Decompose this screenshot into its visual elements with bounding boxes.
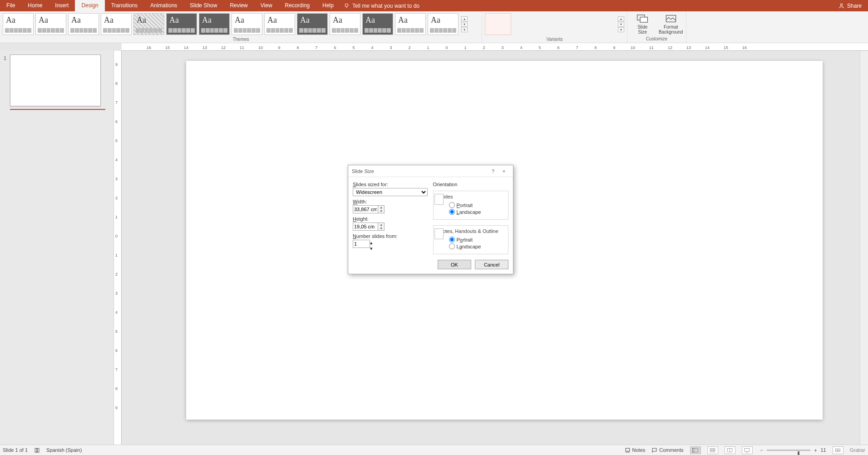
dialog-titlebar: Slide Size ? ×	[348, 165, 513, 177]
page-icon	[434, 194, 444, 205]
svg-rect-7	[693, 448, 694, 452]
dialog-title: Slide Size	[352, 168, 488, 174]
number-slides-from-label: Number slides from:	[353, 233, 429, 239]
sorter-view-button[interactable]	[707, 446, 718, 454]
svg-rect-10	[710, 450, 712, 452]
numfrom-spin-down[interactable]: ▾	[370, 246, 373, 252]
landscape-label: Landscape	[457, 244, 481, 249]
notes-icon	[625, 447, 631, 453]
width-spin-down[interactable]: ▾	[378, 209, 384, 213]
notes-group-label: Notes, Handouts & Outline	[438, 228, 500, 234]
comments-icon	[651, 447, 657, 453]
slides-sized-for-label: SSlides sized for:lides sized for:	[353, 182, 429, 187]
height-label: Height:	[353, 216, 429, 222]
svg-rect-5	[626, 448, 630, 451]
dialog-close-button[interactable]: ×	[498, 168, 509, 174]
comments-button[interactable]: Comments	[651, 447, 683, 453]
book-icon	[34, 447, 40, 453]
status-bar: Slide 1 of 1 Spanish (Spain) Notes Comme…	[0, 445, 868, 455]
normal-view-icon	[692, 447, 698, 453]
dialog-help-button[interactable]: ?	[488, 168, 498, 174]
slide-size-dialog: Slide Size ? × SSlides sized for:lides s…	[348, 165, 513, 274]
reading-view-icon	[727, 447, 733, 453]
svg-rect-6	[693, 448, 698, 452]
notes-portrait-radio[interactable]	[449, 237, 455, 242]
spellcheck-button[interactable]	[34, 447, 40, 453]
svg-rect-9	[713, 448, 715, 450]
landscape-label: Landscape	[457, 209, 481, 215]
slideshow-view-button[interactable]	[742, 446, 753, 454]
width-input[interactable]	[353, 205, 378, 213]
modal-overlay: Slide Size ? × SSlides sized for:lides s…	[0, 0, 868, 455]
slide-indicator: Slide 1 of 1	[3, 447, 28, 453]
cancel-button[interactable]: Cancel	[475, 260, 508, 269]
zoom-out-button[interactable]: －	[759, 447, 764, 454]
fit-to-window-button[interactable]	[833, 446, 843, 454]
width-spin-up[interactable]: ▴	[378, 206, 384, 209]
zoom-slider[interactable]	[767, 450, 810, 451]
notes-button[interactable]: Notes	[625, 447, 646, 453]
reading-view-button[interactable]	[725, 446, 735, 454]
zoom-control: － ＋ 11	[759, 447, 826, 454]
height-spin-up[interactable]: ▴	[378, 223, 384, 227]
ok-button[interactable]: OK	[438, 260, 471, 269]
slideshow-view-icon	[744, 447, 750, 453]
slides-sized-for-select[interactable]: Widescreen	[353, 188, 428, 196]
grabar-indicator: Grabar	[850, 447, 865, 453]
zoom-percent[interactable]: 11	[821, 447, 826, 453]
normal-view-button[interactable]	[690, 446, 701, 454]
svg-rect-13	[745, 448, 750, 451]
portrait-label: Portrait	[457, 203, 473, 208]
slides-landscape-radio[interactable]	[449, 209, 455, 215]
page-icon	[434, 228, 444, 239]
language-indicator[interactable]: Spanish (Spain)	[46, 447, 82, 453]
height-spin-down[interactable]: ▾	[378, 227, 384, 230]
svg-rect-8	[710, 448, 712, 450]
width-label: Width:	[353, 199, 429, 204]
notes-landscape-radio[interactable]	[449, 243, 455, 249]
number-from-input[interactable]	[353, 240, 370, 248]
numfrom-spin-up[interactable]: ▴	[370, 240, 373, 246]
portrait-label: Portrait	[457, 237, 473, 242]
zoom-in-button[interactable]: ＋	[813, 447, 818, 454]
height-input[interactable]	[353, 223, 378, 231]
orientation-label: Orientation	[433, 182, 509, 187]
sorter-view-icon	[710, 447, 715, 453]
fit-icon	[835, 447, 841, 453]
svg-rect-11	[713, 450, 715, 452]
slides-portrait-radio[interactable]	[449, 202, 455, 208]
